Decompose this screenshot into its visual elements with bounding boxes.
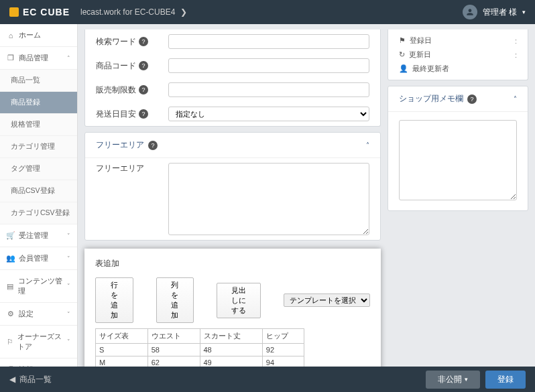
chevron-up-icon: ˄ [366, 141, 369, 149]
meta-register-date: ⚑ 登録日 : [399, 34, 517, 48]
avatar-icon [463, 5, 477, 19]
sale-limit-input[interactable] [168, 82, 369, 97]
tablebox-controls: 行を追加 列を追加 見出しにする テンプレートを選択 [95, 277, 370, 323]
label-text: 検索ワード [96, 36, 136, 48]
sidebar-sub-category-csv[interactable]: カテゴリCSV登録 [0, 202, 77, 224]
sidebar-sub-product-csv[interactable]: 商品CSV登録 [0, 180, 77, 202]
sidebar-sub-product-register[interactable]: 商品登録 [0, 92, 77, 114]
footer-back-link[interactable]: ◀ 商品一覧 [9, 374, 52, 385]
label-text: 発送日目安 [96, 109, 136, 120]
main: 検索ワード ? 商品コード ? 販売制限数 [78, 24, 535, 367]
sidebar-item-owners-store[interactable]: ⚐ オーナーズストア ˅ [0, 326, 77, 358]
table-cell[interactable]: 94 [262, 356, 304, 367]
table-cell[interactable]: M [96, 356, 148, 367]
sidebar-item-settings[interactable]: ⚙ 設定 ˅ [0, 303, 77, 326]
label-freearea: フリーエリア [96, 163, 163, 174]
product-code-input[interactable] [168, 58, 369, 73]
table-add-box: 表追加 行を追加 列を追加 見出しにする テンプレートを選択 サイズ表 ウエスト [84, 249, 381, 367]
table-header-cell[interactable]: ヒップ [262, 329, 304, 344]
label-delivery-date: 発送日目安 ? [96, 109, 163, 120]
sidebar-item-products[interactable]: ❒ 商品管理 ˄ [0, 47, 77, 70]
table-cell[interactable]: 58 [147, 344, 200, 356]
row-sale-limit: 販売制限数 ? [85, 78, 380, 102]
breadcrumb-text: lecast.work for EC-CUBE4 [80, 7, 175, 17]
table-row: S 58 48 92 [96, 344, 304, 356]
panel-head-shop-memo[interactable]: ショップ用メモ欄 ? ˄ [388, 86, 528, 112]
sidebar-sub-spec[interactable]: 規格管理 [0, 114, 77, 136]
chevron-down-icon: ˅ [67, 233, 70, 239]
submit-button[interactable]: 登録 [485, 371, 526, 389]
breadcrumb[interactable]: lecast.work for EC-CUBE4 ❯ [80, 7, 187, 17]
sidebar: ⌂ ホーム ❒ 商品管理 ˄ 商品一覧 商品登録 規格管理 カテゴリ管理 タグ管… [0, 24, 78, 367]
help-icon[interactable]: ? [139, 61, 148, 70]
panel-head-freearea[interactable]: フリーエリア ? ˄ [85, 133, 380, 158]
chevron-down-icon: ▾ [522, 9, 526, 15]
sidebar-item-orders[interactable]: 🛒 受注管理 ˅ [0, 224, 77, 247]
sidebar-item-label: 設定 [19, 309, 34, 319]
help-icon[interactable]: ? [148, 141, 158, 150]
row-search-word: 検索ワード ? [85, 29, 380, 54]
label-product-code: 商品コード ? [96, 60, 163, 72]
help-icon[interactable]: ? [139, 37, 148, 46]
panel-freearea: フリーエリア ? ˄ フリーエリア [84, 132, 381, 241]
meta-label: 更新日 [409, 50, 511, 60]
chevron-right-icon: ❯ [180, 7, 187, 17]
table-header-cell[interactable]: スカート丈 [200, 329, 262, 344]
sidebar-item-label: 規格管理 [11, 120, 40, 129]
table-row: M 62 49 94 [96, 356, 304, 367]
table-header-cell[interactable]: ウエスト [147, 329, 200, 344]
table-row: サイズ表 ウエスト スカート丈 ヒップ [96, 329, 304, 344]
arrow-left-icon: ◀ [9, 375, 15, 384]
delivery-date-select[interactable]: 指定なし [168, 107, 369, 121]
table-cell[interactable]: 49 [200, 356, 262, 367]
chevron-down-icon: ˅ [67, 311, 70, 318]
add-row-button[interactable]: 行を追加 [95, 277, 133, 323]
caret-down-icon: ▾ [465, 376, 468, 383]
chevron-down-icon: ˅ [67, 255, 70, 262]
sidebar-sub-category[interactable]: カテゴリ管理 [0, 136, 77, 158]
table-cell[interactable]: S [96, 344, 148, 356]
sidebar-sub-product-list[interactable]: 商品一覧 [0, 70, 77, 92]
cart-icon: 🛒 [7, 231, 15, 240]
help-icon[interactable]: ? [139, 85, 148, 94]
add-col-button[interactable]: 列を追加 [156, 277, 194, 323]
user-menu[interactable]: 管理者 様 ▾ [463, 5, 526, 19]
tablebox-title: 表追加 [95, 258, 370, 269]
search-word-input[interactable] [168, 34, 369, 49]
chevron-up-icon: ˄ [514, 95, 517, 103]
label-text: フリーエリア [96, 163, 144, 174]
table-header-cell[interactable]: サイズ表 [96, 329, 148, 344]
meta-last-editor: 👤 最終更新者 [399, 62, 517, 76]
row-freearea: フリーエリア [85, 158, 380, 240]
sidebar-item-label: 商品CSV登録 [11, 186, 55, 196]
help-icon[interactable]: ? [467, 94, 477, 104]
template-select[interactable]: テンプレートを選択 [284, 293, 370, 307]
make-heading-button[interactable]: 見出しにする [217, 283, 261, 318]
panel-title: フリーエリア [96, 139, 144, 151]
table-cell[interactable]: 62 [147, 356, 200, 367]
private-button[interactable]: 非公開 ▾ [426, 371, 480, 389]
label-text: 販売制限数 [96, 84, 136, 96]
sidebar-item-label: オーナーズストア [17, 332, 63, 352]
shop-memo-textarea[interactable] [399, 120, 517, 200]
freearea-textarea[interactable] [168, 163, 369, 235]
table-cell[interactable]: 48 [200, 344, 262, 356]
page-icon: ▤ [7, 282, 14, 291]
meta-colon: : [515, 51, 517, 59]
shop-memo-body [388, 112, 528, 210]
logo-text: EC CUBE [23, 7, 70, 17]
users-icon: 👥 [7, 254, 15, 263]
logo[interactable]: EC CUBE [9, 7, 70, 17]
sidebar-item-members[interactable]: 👥 会員管理 ˅ [0, 247, 77, 270]
layout: ⌂ ホーム ❒ 商品管理 ˄ 商品一覧 商品登録 規格管理 カテゴリ管理 タグ管… [0, 24, 535, 367]
sidebar-item-home[interactable]: ⌂ ホーム [0, 24, 77, 47]
sidebar-item-contents[interactable]: ▤ コンテンツ管理 ˅ [0, 270, 77, 303]
help-icon[interactable]: ? [139, 109, 148, 119]
sidebar-item-label: タグ管理 [11, 164, 40, 174]
sidebar-item-info[interactable]: ⓘ 情報 ˅ [0, 358, 77, 367]
sidebar-sub-tag[interactable]: タグ管理 [0, 158, 77, 180]
table-cell[interactable]: 92 [262, 344, 304, 356]
label-text: 商品コード [96, 60, 136, 72]
topbar: EC CUBE lecast.work for EC-CUBE4 ❯ 管理者 様… [0, 0, 535, 24]
user-name: 管理者 様 [483, 7, 517, 18]
